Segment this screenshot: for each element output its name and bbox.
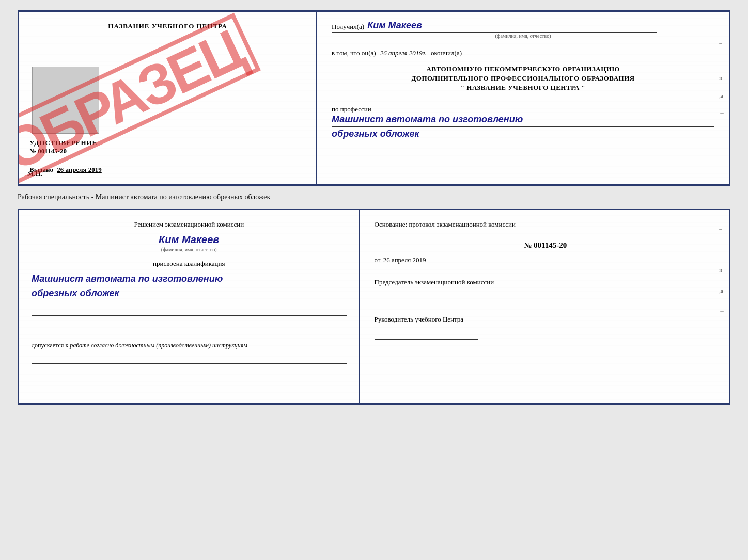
top-cert-left: НАЗВАНИЕ УЧЕБНОГО ЦЕНТРА ОБРАЗЕЦ УДОСТОВ… <box>19 12 317 184</box>
rukovoditel-block: Руководитель учебного Центра <box>375 315 716 340</box>
udost-block: УДОСТОВЕРЕНИЕ № 001145-20 <box>29 139 306 155</box>
protocol-date-prefix: от <box>375 256 381 264</box>
predsedatel-sig-line <box>375 289 478 302</box>
predsedatel-block: Председатель экзаменационной комиссии <box>375 278 716 302</box>
rukovoditel-title: Руководитель учебного Центра <box>375 315 716 324</box>
protocol-date: от 26 апреля 2019 <box>375 256 716 264</box>
vtom-date: 26 апреля 2019г. <box>380 49 427 57</box>
side-mark-dash2: – <box>719 40 727 46</box>
side-mark-bottom-a: ,а <box>719 287 727 294</box>
side-mark-bottom-i: и <box>719 267 727 273</box>
profession-value-1: Машинист автомата по изготовлению <box>332 114 714 127</box>
side-mark-a: ,а <box>719 92 727 99</box>
side-mark-dash3: – <box>719 57 727 63</box>
stamp-placeholder <box>32 67 99 134</box>
dopusk-label: допускается к <box>32 342 68 349</box>
org-line2: ДОПОЛНИТЕЛЬНОГО ПРОФЕССИОНАЛЬНОГО ОБРАЗО… <box>332 74 714 83</box>
side-mark-arrow: ←- <box>719 110 727 116</box>
side-mark-bottom-dash2: – <box>719 246 727 252</box>
side-mark-bottom-dash1: – <box>719 226 727 232</box>
komissia-name: Ким Макеев <box>159 234 219 246</box>
prisvoena-label: присвоена квалификация <box>32 260 347 268</box>
side-marks-bottom: – – и ,а ←- <box>719 226 729 314</box>
side-mark-bottom-arrow: ←- <box>719 308 727 314</box>
osnovanie-title: Основание: протокол экзаменационной коми… <box>375 220 716 229</box>
decision-line: Решением экзаменационной комиссии <box>32 220 347 229</box>
profession-label: по профессии <box>332 105 714 114</box>
bottom-certificate: Решением экзаменационной комиссии Ким Ма… <box>18 209 730 405</box>
side-mark-dash1: – <box>719 22 727 28</box>
bottom-profession-2: обрезных обложек <box>32 287 347 301</box>
recipient-label: Получил(а) <box>332 23 364 31</box>
vydano-label: Выдано <box>29 166 53 173</box>
caption-line: Рабочая специальность - Машинист автомат… <box>18 191 730 203</box>
okonchil-label: окончил(а) <box>431 49 462 57</box>
profession-value-2: обрезных обложек <box>332 128 714 141</box>
blank-line-2 <box>32 321 347 330</box>
protocol-number: № 001145-20 <box>375 241 716 250</box>
org-line3: " НАЗВАНИЕ УЧЕБНОГО ЦЕНТРА " <box>332 83 714 92</box>
udost-number: № 001145-20 <box>29 147 306 155</box>
fio-hint-bottom: (фамилия, имя, отчество) <box>137 246 241 252</box>
rukovoditel-sig-line <box>375 326 478 340</box>
top-certificate: НАЗВАНИЕ УЧЕБНОГО ЦЕНТРА ОБРАЗЕЦ УДОСТОВ… <box>18 10 730 186</box>
bottom-cert-right: Основание: протокол экзаменационной коми… <box>360 210 729 403</box>
school-name-top: НАЗВАНИЕ УЧЕБНОГО ЦЕНТРА <box>108 22 227 30</box>
recipient-name: Ким Макеев <box>367 20 650 31</box>
blank-line-3 <box>32 355 347 364</box>
top-cert-right: Получил(а) Ким Макеев – (фамилия, имя, о… <box>317 12 729 184</box>
predsedatel-title: Председатель экзаменационной комиссии <box>375 278 716 287</box>
document-wrapper: НАЗВАНИЕ УЧЕБНОГО ЦЕНТРА ОБРАЗЕЦ УДОСТОВ… <box>18 10 730 405</box>
vydano-date: 26 апреля 2019 <box>57 166 102 173</box>
bottom-cert-left: Решением экзаменационной комиссии Ким Ма… <box>19 210 360 403</box>
side-marks-top: – – – и ,а ←- <box>719 22 729 116</box>
blank-line-1 <box>32 307 347 316</box>
dopusk-line: допускается к работе согласно должностны… <box>32 342 347 349</box>
dopusk-text: работе согласно должностным (производств… <box>70 342 247 349</box>
bottom-profession-1: Машинист автомата по изготовлению <box>32 273 347 286</box>
dash-1: – <box>653 22 657 31</box>
vydano-line: Выдано 26 апреля 2019 <box>29 166 102 174</box>
org-block: АВТОНОМНУЮ НЕКОММЕРЧЕСКУЮ ОРГАНИЗАЦИЮ ДО… <box>332 65 714 93</box>
side-mark-i: и <box>719 75 727 81</box>
vtom-label: в том, что он(а) <box>332 49 376 57</box>
fio-hint-top: (фамилия, имя, отчество) <box>332 33 714 39</box>
protocol-date-value: 26 апреля 2019 <box>383 256 426 264</box>
udost-title: УДОСТОВЕРЕНИЕ <box>29 139 306 147</box>
org-line1: АВТОНОМНУЮ НЕКОММЕРЧЕСКУЮ ОРГАНИЗАЦИЮ <box>332 65 714 74</box>
